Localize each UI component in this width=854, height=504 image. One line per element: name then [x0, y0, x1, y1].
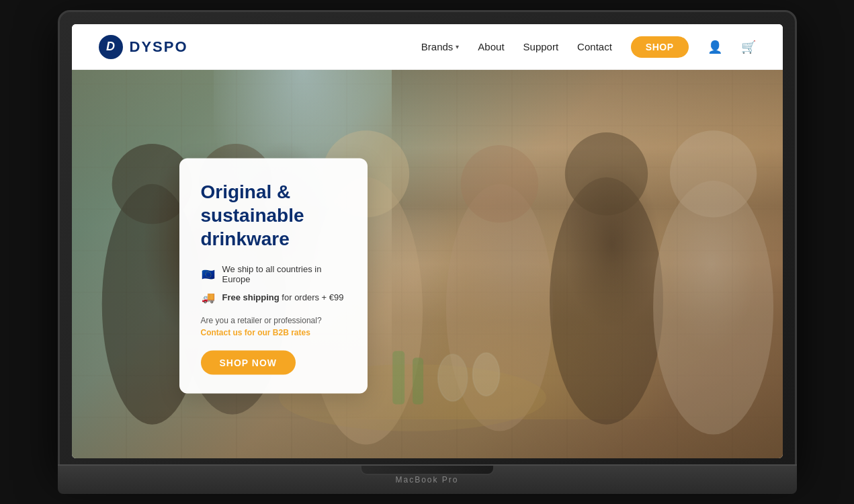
b2b-text: Are you a retailer or professional? Cont… — [201, 314, 346, 339]
shipping-text: We ship to all countries in Europe — [222, 264, 346, 284]
macbook-label: MacBook Pro — [395, 475, 458, 485]
cart-icon[interactable]: 🛒 — [741, 40, 756, 54]
site-header: D DYSPO Brands ▾ About Support Contact S… — [72, 24, 783, 70]
hero-card: Original & sustainable drinkware 🇪🇺 We s… — [179, 159, 368, 394]
nav-contact[interactable]: Contact — [577, 41, 612, 52]
hero-section: Original & sustainable drinkware 🇪🇺 We s… — [72, 70, 783, 458]
svg-point-10 — [653, 181, 773, 435]
hero-features: 🇪🇺 We ship to all countries in Europe 🚚 … — [201, 264, 346, 304]
svg-point-9 — [564, 132, 647, 215]
nav-about[interactable]: About — [478, 41, 504, 52]
feature-row-free-shipping: 🚚 Free shipping for orders + €99 — [201, 291, 346, 304]
svg-point-11 — [669, 130, 756, 217]
screen: D DYSPO Brands ▾ About Support Contact S… — [72, 24, 783, 458]
nav-support[interactable]: Support — [523, 41, 559, 52]
svg-rect-13 — [392, 351, 404, 405]
logo-text: DYSPO — [130, 38, 188, 56]
logo-icon: D — [99, 35, 123, 59]
shop-now-button[interactable]: SHOP NOW — [201, 351, 296, 375]
free-shipping-text: Free shipping for orders + €99 — [222, 292, 344, 302]
svg-rect-14 — [413, 358, 423, 405]
feature-row-shipping: 🇪🇺 We ship to all countries in Europe — [201, 264, 346, 284]
svg-point-15 — [437, 354, 467, 401]
hero-title: Original & sustainable drinkware — [201, 180, 346, 251]
b2b-link[interactable]: Contact us for our B2B rates — [201, 328, 310, 337]
eu-icon: 🇪🇺 — [201, 267, 216, 280]
svg-point-7 — [460, 145, 538, 222]
laptop-notch — [360, 466, 495, 475]
people-silhouette — [72, 70, 783, 458]
nav-brands[interactable]: Brands ▾ — [421, 41, 460, 52]
brands-dropdown-icon: ▾ — [456, 43, 459, 50]
laptop-base: MacBook Pro — [58, 464, 797, 494]
shop-button[interactable]: SHOP — [631, 36, 689, 58]
logo-area[interactable]: D DYSPO — [99, 35, 188, 59]
svg-point-16 — [472, 353, 499, 396]
laptop-body: D DYSPO Brands ▾ About Support Contact S… — [58, 10, 797, 467]
main-nav: Brands ▾ About Support Contact SHOP 👤 🛒 — [421, 36, 756, 58]
laptop-frame: D DYSPO Brands ▾ About Support Contact S… — [58, 10, 797, 494]
account-icon[interactable]: 👤 — [708, 40, 722, 54]
truck-icon: 🚚 — [201, 291, 216, 304]
